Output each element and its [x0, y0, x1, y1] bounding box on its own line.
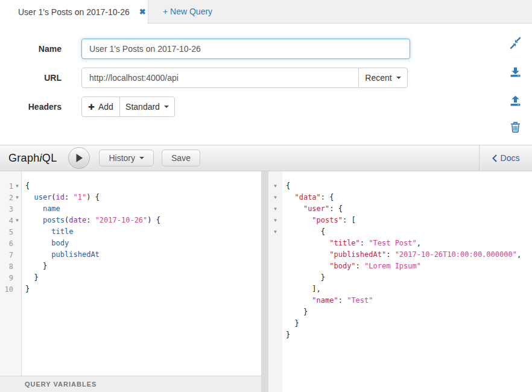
pane-resize-handle[interactable] [261, 171, 268, 392]
result-code[interactable]: { "data": { "user": { "posts": [ { "titl… [282, 171, 532, 392]
tab-active-query[interactable]: User 1's Posts on 2017-10-26 ✖ [0, 0, 148, 24]
fold-arrow-icon[interactable]: ▾ [13, 192, 21, 203]
fold-arrow-icon[interactable]: ▾ [271, 226, 279, 238]
add-label: Add [98, 102, 113, 112]
query-form: Name URL Recent Headers ✚ Add Standard [0, 24, 532, 145]
save-label: Save [171, 153, 191, 163]
url-input[interactable] [81, 68, 359, 88]
tab-label: User 1's Posts on 2017-10-26 [18, 7, 130, 17]
line-number: 4 [3, 217, 13, 225]
name-row: Name [0, 39, 410, 59]
trash-icon[interactable] [509, 121, 522, 133]
line-number: 3 [3, 205, 13, 213]
gutter-row: 4▾ [0, 215, 21, 226]
headers-row: Headers ✚ Add Standard [0, 96, 175, 117]
close-icon[interactable]: ✖ [139, 7, 146, 16]
code-line: { [286, 226, 532, 238]
gutter-row [268, 238, 282, 249]
query-editor-pane: 1▾2▾34▾5678910 { user(id: "1") { name po… [0, 171, 261, 392]
gutter-row: ▾ [268, 192, 282, 203]
code-line: publishedAt [25, 249, 261, 261]
code-line: } [25, 272, 261, 283]
gutter-row [268, 318, 282, 329]
code-line: user(id: "1") { [25, 192, 261, 203]
fold-arrow-icon[interactable]: ▾ [271, 192, 279, 203]
line-number: 9 [3, 274, 13, 282]
gutter-row [268, 249, 282, 261]
code-line: } [286, 318, 532, 329]
line-number: 2 [3, 194, 13, 202]
line-number: 1 [3, 182, 13, 191]
recent-label: Recent [365, 73, 391, 83]
url-label: URL [0, 73, 62, 83]
fold-arrow-icon[interactable]: ▾ [271, 180, 279, 192]
logo-text: Graph [8, 152, 40, 164]
compress-icon[interactable] [509, 37, 522, 49]
docs-panel-toggle[interactable]: Docs [479, 145, 532, 171]
gutter-row: 1▾ [0, 180, 21, 192]
code-line: "data": { [286, 192, 532, 203]
code-line: "publishedAt": "2017-10-26T10:00:00.0000… [286, 249, 532, 261]
name-input[interactable] [81, 39, 410, 59]
gutter-row [268, 283, 282, 295]
gutter-row: 6 [0, 238, 21, 249]
gutter-row: ▾ [268, 226, 282, 238]
code-line: { [286, 180, 532, 192]
code-line: ], [286, 283, 532, 295]
gutter-row [268, 261, 282, 272]
save-button[interactable]: Save [162, 150, 200, 166]
code-line: { [25, 180, 261, 192]
code-line: } [286, 306, 532, 318]
fold-arrow-icon[interactable]: ▾ [13, 180, 21, 192]
query-editor[interactable]: 1▾2▾34▾5678910 { user(id: "1") { name po… [0, 171, 261, 376]
fold-arrow-icon[interactable]: ▾ [13, 215, 21, 226]
gutter-row: 7 [0, 249, 21, 261]
gutter-row [268, 272, 282, 283]
code-line: posts(date: "2017-10-26") { [25, 215, 261, 226]
recent-dropdown-button[interactable]: Recent [358, 68, 408, 88]
caret-down-icon [396, 77, 401, 79]
play-icon [75, 153, 83, 163]
graphiql-toolbar: GraphiQL History Save Docs [0, 145, 532, 171]
gutter-row [268, 295, 282, 306]
line-number: 7 [3, 251, 13, 259]
fold-arrow-icon[interactable]: ▾ [271, 203, 279, 215]
standard-label: Standard [125, 102, 160, 112]
code-line: "title": "Test Post", [286, 238, 532, 249]
caret-down-icon [164, 106, 169, 108]
docs-label: Docs [501, 153, 520, 163]
code-line: } [25, 261, 261, 272]
fold-arrow-icon[interactable]: ▾ [271, 215, 279, 226]
url-row: URL Recent [0, 68, 408, 88]
line-number: 8 [3, 262, 13, 271]
result-viewer-pane: ▾▾▾▾▾ { "data": { "user": { "posts": [ {… [268, 171, 532, 392]
history-dropdown-button[interactable]: History [99, 150, 154, 166]
line-number: 6 [3, 239, 13, 248]
code-line: "posts": [ [286, 215, 532, 226]
code-line: } [25, 283, 261, 295]
gutter-row: 5 [0, 226, 21, 238]
new-query-tab[interactable]: + New Query [148, 7, 227, 16]
query-variables-bar[interactable]: QUERY VARIABLES [0, 376, 261, 392]
gutter-row: ▾ [268, 215, 282, 226]
gutter-row: ▾ [268, 203, 282, 215]
query-code[interactable]: { user(id: "1") { name posts(date: "2017… [22, 171, 261, 376]
gutter-row [268, 306, 282, 318]
gutter-row: 8 [0, 261, 21, 272]
download-icon[interactable] [509, 66, 522, 78]
code-line: "body": "Lorem Ipsum" [286, 261, 532, 272]
gutter-row: 9 [0, 272, 21, 283]
plus-icon: ✚ [88, 103, 95, 112]
execute-query-button[interactable] [68, 147, 90, 169]
gutter-row: 10 [0, 283, 21, 295]
gutter-row [268, 329, 282, 341]
gutter-row: 2▾ [0, 192, 21, 203]
tab-bar: User 1's Posts on 2017-10-26 ✖ + New Que… [0, 0, 532, 24]
add-header-button[interactable]: ✚ Add [81, 96, 120, 117]
standard-headers-dropdown-button[interactable]: Standard [119, 96, 175, 117]
history-label: History [109, 153, 135, 163]
line-number: 5 [3, 228, 13, 236]
query-gutter: 1▾2▾34▾5678910 [0, 171, 22, 376]
upload-icon[interactable] [509, 95, 522, 107]
chevron-left-icon [492, 154, 497, 162]
